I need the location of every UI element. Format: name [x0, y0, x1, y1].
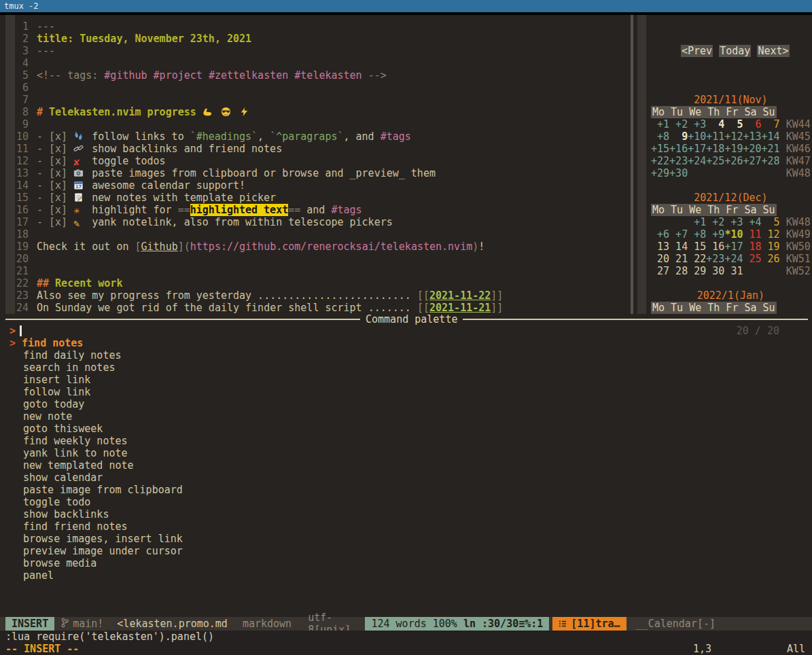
- calendar-day[interactable]: 30: [706, 265, 724, 277]
- calendar-day[interactable]: +18: [706, 143, 724, 155]
- palette-item[interactable]: browse images, insert link: [0, 533, 812, 545]
- calendar-day[interactable]: +23: [669, 155, 688, 167]
- calendar-day[interactable]: 21: [669, 253, 688, 265]
- text-segment: ==: [288, 204, 300, 216]
- calendar-day[interactable]: 7: [762, 118, 780, 130]
- calendar-day[interactable]: 4: [706, 118, 724, 130]
- palette-item[interactable]: search in notes: [0, 361, 812, 374]
- calendar-day[interactable]: +26: [724, 155, 743, 167]
- editor-pane[interactable]: 1---2title: Tuesday, November 23th, 2021…: [0, 15, 631, 314]
- calendar-day[interactable]: +8: [688, 228, 706, 241]
- calendar-day[interactable]: 31: [724, 265, 743, 277]
- calendar-day[interactable]: 18: [743, 241, 761, 253]
- calendar-day[interactable]: +17: [724, 241, 743, 253]
- calendar-day[interactable]: +11: [706, 130, 724, 143]
- palette-item[interactable]: find weekly notes: [0, 435, 812, 447]
- calendar-day[interactable]: 28: [669, 265, 688, 277]
- calendar-today-button[interactable]: Today: [719, 45, 751, 57]
- calendar-day[interactable]: +9: [706, 228, 724, 241]
- palette-item[interactable]: find friend notes: [0, 520, 812, 533]
- calendar-day[interactable]: 26: [762, 253, 780, 265]
- calendar-day[interactable]: 14: [669, 241, 688, 253]
- calendar-day[interactable]: +19: [724, 143, 743, 155]
- calendar-day[interactable]: 22: [688, 253, 706, 265]
- calendar-day[interactable]: 29: [688, 265, 706, 277]
- link-text[interactable]: #tags: [331, 204, 361, 216]
- calendar-day[interactable]: 5: [762, 216, 780, 228]
- calendar-day[interactable]: 9: [669, 130, 688, 143]
- calendar-next-button[interactable]: Next>: [757, 45, 789, 57]
- calendar-day[interactable]: +22: [651, 155, 669, 167]
- palette-item[interactable]: paste image from clipboard: [0, 484, 812, 496]
- palette-item[interactable]: toggle todo: [0, 496, 812, 508]
- calendar-day[interactable]: +20: [743, 143, 761, 155]
- palette-prompt-row[interactable]: > 20 / 20: [0, 325, 812, 337]
- link-text[interactable]: #zettelkasten: [209, 69, 288, 82]
- palette-item[interactable]: preview image under cursor: [0, 545, 812, 557]
- calendar-day[interactable]: +14: [762, 130, 780, 143]
- calendar-day[interactable]: 16: [706, 241, 724, 253]
- calendar-day[interactable]: 13: [651, 241, 669, 253]
- palette-item[interactable]: panel: [0, 569, 812, 582]
- calendar-day[interactable]: +29: [651, 167, 669, 179]
- palette-item[interactable]: follow link: [0, 386, 812, 398]
- diagnostics-segment[interactable]: [11]tra…: [552, 617, 626, 631]
- palette-item[interactable]: show calendar: [0, 472, 812, 484]
- calendar-day[interactable]: +25: [706, 155, 724, 167]
- calendar-day[interactable]: +28: [762, 155, 780, 167]
- calendar-day[interactable]: +2: [706, 216, 724, 228]
- palette-item[interactable]: browse media: [0, 557, 812, 569]
- palette-item[interactable]: yank link to note: [0, 447, 812, 459]
- calendar-day[interactable]: +1: [651, 118, 669, 130]
- calendar-day[interactable]: +30: [669, 167, 688, 179]
- calendar-day[interactable]: 11: [743, 228, 761, 241]
- calendar-day[interactable]: +6: [651, 228, 669, 241]
- palette-item[interactable]: new templated note: [0, 459, 812, 472]
- calendar-prev-button[interactable]: <Prev: [681, 45, 713, 57]
- calendar-day[interactable]: +12: [724, 130, 743, 143]
- calendar-day[interactable]: +27: [743, 155, 761, 167]
- calendar-day[interactable]: +24: [688, 155, 706, 167]
- calendar-day[interactable]: +1: [688, 216, 706, 228]
- calendar-day[interactable]: +21: [762, 143, 780, 155]
- link-text[interactable]: #github: [104, 69, 147, 82]
- calendar-day[interactable]: 20: [651, 253, 669, 265]
- calendar-day[interactable]: +3: [688, 118, 706, 130]
- link-text[interactable]: 2021-11-21: [429, 302, 491, 314]
- calendar-day[interactable]: +23: [706, 253, 724, 265]
- calendar-day[interactable]: +13: [743, 130, 761, 143]
- palette-item[interactable]: goto today: [0, 398, 812, 410]
- calendar-day[interactable]: +8: [651, 130, 669, 143]
- calendar-day[interactable]: +24: [724, 253, 743, 265]
- calendar-day[interactable]: *10: [724, 228, 743, 241]
- palette-item[interactable]: new note: [0, 410, 812, 423]
- calendar-day[interactable]: 15: [688, 241, 706, 253]
- palette-selected-item[interactable]: > find notes: [0, 337, 812, 349]
- calendar-day[interactable]: +7: [669, 228, 688, 241]
- palette-item[interactable]: show backlinks: [0, 508, 812, 520]
- calendar-day[interactable]: 19: [762, 241, 780, 253]
- link-text[interactable]: #project: [154, 69, 202, 82]
- calendar-day[interactable]: +4: [743, 216, 761, 228]
- calendar-day[interactable]: 27: [651, 265, 669, 277]
- calendar-day[interactable]: +10: [688, 130, 706, 143]
- link-text[interactable]: #tags: [381, 130, 411, 143]
- calendar-pane[interactable]: <Prev Today Next> 2021/11(Nov)Mo Tu We T…: [633, 15, 812, 314]
- link-text[interactable]: #telekasten: [294, 69, 361, 82]
- palette-item[interactable]: insert link: [0, 374, 812, 386]
- calendar-day[interactable]: +3: [724, 216, 743, 228]
- calendar-day[interactable]: 25: [743, 253, 761, 265]
- calendar-day[interactable]: 5: [724, 118, 743, 130]
- calendar-day[interactable]: 6: [743, 118, 761, 130]
- calendar-day[interactable]: +15: [651, 143, 669, 155]
- palette-item[interactable]: find daily notes: [0, 349, 812, 361]
- calendar-day[interactable]: +17: [688, 143, 706, 155]
- link-text[interactable]: https://github.com/renerocksai/telekaste…: [190, 241, 472, 253]
- link-text[interactable]: 2021-11-22: [429, 289, 491, 302]
- command-line[interactable]: :lua require('telekasten').panel(): [0, 631, 812, 643]
- calendar-day[interactable]: +16: [669, 143, 688, 155]
- link-text[interactable]: Github: [141, 241, 178, 253]
- calendar-day[interactable]: 12: [762, 228, 780, 241]
- palette-item[interactable]: goto thisweek: [0, 423, 812, 435]
- calendar-day[interactable]: +2: [669, 118, 688, 130]
